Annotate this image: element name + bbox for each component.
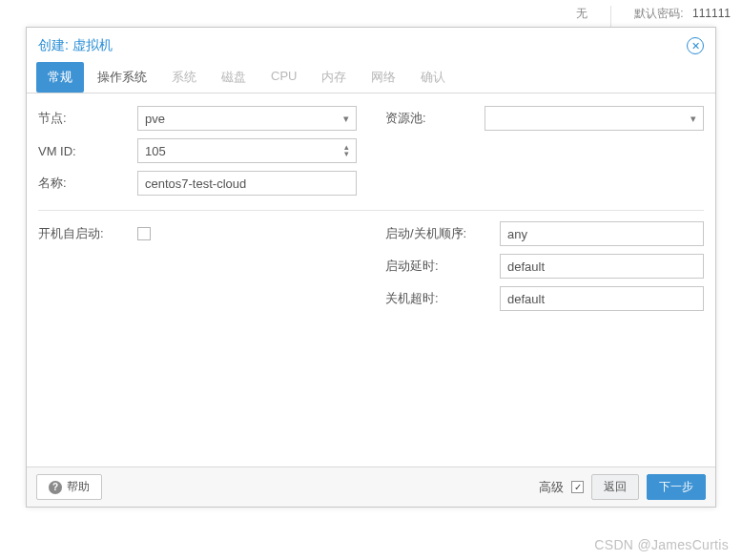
help-icon: ? (49, 481, 62, 494)
form-col-left: 节点: pve ▾ VM ID: 105 ▴▾ 名称: (38, 105, 357, 202)
autostart-checkbox[interactable] (137, 227, 151, 240)
next-button[interactable]: 下一步 (647, 474, 706, 500)
advanced-checkbox[interactable]: ✓ (571, 481, 584, 493)
wizard-tabs: 常规 操作系统 系统 磁盘 CPU 内存 网络 确认 (27, 62, 715, 93)
name-label: 名称: (38, 175, 137, 192)
create-vm-dialog: 创建: 虚拟机 ✕ 常规 操作系统 系统 磁盘 CPU 内存 网络 确认 节点:… (26, 27, 716, 508)
help-button[interactable]: ? 帮助 (36, 474, 102, 500)
help-label: 帮助 (67, 479, 90, 495)
dialog-titlebar: 创建: 虚拟机 ✕ (27, 28, 715, 62)
tab-memory: 内存 (310, 62, 358, 93)
order-label: 启动/关机顺序: (385, 225, 500, 242)
bg-pw-value: 111111 (692, 7, 731, 20)
tab-disk: 磁盘 (210, 62, 258, 93)
pool-label: 资源池: (385, 110, 484, 127)
tab-confirm: 确认 (409, 62, 457, 93)
section-divider (38, 210, 704, 211)
back-button[interactable]: 返回 (591, 474, 639, 500)
spinner-icon: ▴▾ (344, 144, 349, 157)
watermark: CSDN @JamesCurtis (594, 537, 729, 552)
bg-pw-label: 默认密码: (634, 7, 683, 20)
tab-general[interactable]: 常规 (36, 62, 84, 93)
adv-col-left: 开机自启动: (38, 220, 357, 318)
timeout-label: 关机超时: (385, 290, 500, 307)
tab-os[interactable]: 操作系统 (86, 62, 158, 93)
advanced-label: 高级 (539, 479, 564, 496)
chevron-down-icon: ▾ (343, 113, 349, 125)
adv-col-right: 启动/关机顺序: 启动延时: 关机超时: (385, 220, 704, 318)
close-button[interactable]: ✕ (687, 37, 704, 54)
form-col-right: 资源池: ▾ (385, 105, 704, 202)
vmid-stepper[interactable]: 105 ▴▾ (137, 138, 357, 163)
node-label: 节点: (38, 110, 137, 127)
delay-label: 启动延时: (385, 258, 500, 275)
autostart-label: 开机自启动: (38, 225, 137, 242)
tab-cpu: CPU (259, 62, 308, 93)
close-icon: ✕ (691, 41, 700, 52)
tab-network: 网络 (360, 62, 407, 93)
chevron-down-icon: ▾ (690, 113, 696, 125)
dialog-body: 节点: pve ▾ VM ID: 105 ▴▾ 名称: (27, 93, 715, 467)
node-select[interactable]: pve ▾ (137, 106, 357, 131)
tab-system: 系统 (160, 62, 208, 93)
name-input[interactable] (137, 171, 357, 196)
order-input[interactable] (500, 221, 704, 246)
node-value: pve (145, 112, 165, 126)
vmid-label: VM ID: (38, 144, 137, 158)
dialog-footer: ? 帮助 高级 ✓ 返回 下一步 (27, 467, 715, 507)
vmid-value: 105 (145, 144, 166, 158)
dialog-title: 创建: 虚拟机 (38, 37, 113, 54)
pool-select[interactable]: ▾ (484, 106, 704, 131)
delay-input[interactable] (500, 254, 704, 279)
timeout-input[interactable] (500, 286, 704, 311)
